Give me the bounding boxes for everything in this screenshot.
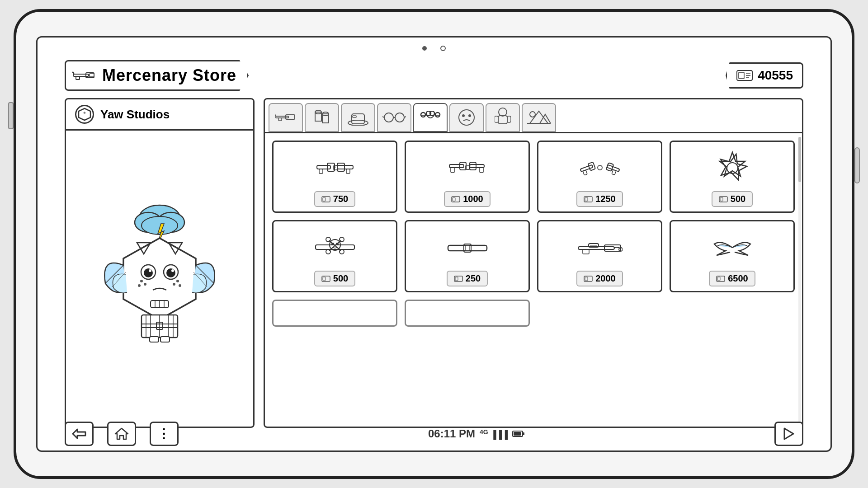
svg-rect-110 [583, 170, 587, 175]
svg-marker-155 [784, 428, 793, 439]
svg-rect-104 [470, 162, 476, 170]
svg-rect-153 [523, 432, 524, 435]
item-2[interactable]: 1000 [405, 141, 530, 213]
item-6[interactable]: 250 [405, 220, 530, 292]
svg-rect-147 [585, 277, 588, 281]
item-4-price-text: 500 [731, 194, 745, 204]
svg-rect-103 [470, 164, 484, 168]
item-8[interactable]: 6500 [670, 220, 795, 292]
scrollbar-track [798, 137, 801, 423]
item-1-icon [278, 149, 392, 187]
svg-marker-150 [73, 429, 85, 438]
svg-point-71 [421, 113, 425, 117]
nav-dot-2[interactable] [440, 46, 446, 51]
item-9-partial[interactable] [272, 300, 397, 327]
item-3-price-text: 1250 [595, 194, 616, 204]
svg-rect-95 [337, 163, 344, 171]
character-box [65, 131, 255, 428]
item-1[interactable]: 750 [272, 141, 397, 213]
item-5-icon [278, 229, 392, 266]
tab-bullets[interactable] [305, 103, 339, 132]
svg-rect-90 [317, 165, 330, 169]
svg-point-88 [530, 112, 535, 117]
item-6-svg [447, 239, 488, 257]
right-side-button[interactable] [854, 147, 860, 183]
play-button[interactable] [774, 422, 803, 446]
item-2-icon [410, 149, 524, 187]
item-5-price: 500 [314, 271, 355, 286]
item-1-price-text: 750 [333, 194, 348, 204]
svg-rect-122 [720, 197, 723, 201]
svg-rect-94 [337, 165, 353, 169]
svg-marker-151 [115, 428, 128, 439]
item-8-price: 6500 [709, 271, 755, 286]
item-7-price: 2000 [576, 271, 623, 286]
svg-rect-83 [498, 116, 507, 124]
store-title: Mercenary Store [102, 66, 236, 85]
status-bar: 06:11 PM 4G ▐▐▐ [428, 427, 525, 440]
item-8-icon [675, 229, 789, 266]
svg-rect-101 [451, 168, 454, 173]
svg-point-82 [499, 108, 507, 116]
svg-rect-116 [585, 197, 588, 201]
item-5-price-text: 500 [333, 273, 348, 284]
menu-button[interactable]: ⋮ [150, 422, 179, 446]
home-button[interactable] [107, 422, 136, 446]
svg-point-31 [140, 280, 143, 282]
main-layout: * Yaw Studios [65, 98, 803, 428]
svg-rect-6 [76, 76, 80, 80]
nav-dot-1[interactable] [422, 46, 427, 51]
svg-point-32 [144, 283, 146, 286]
rifle-icon [72, 68, 96, 83]
studio-icon-svg: * [78, 108, 91, 121]
tab-doll[interactable] [486, 103, 520, 132]
item-3-icon [543, 149, 656, 187]
price-icon-8 [716, 275, 725, 282]
item-7[interactable]: 2000 [537, 220, 662, 292]
item-3[interactable]: 1250 [537, 141, 662, 213]
back-button[interactable] [65, 422, 94, 446]
network-type: 4G [480, 428, 488, 436]
tablet-screen: Mercenary Store 40555 [36, 36, 832, 452]
price-icon-2 [451, 196, 460, 203]
left-side-button[interactable] [8, 102, 14, 129]
svg-point-81 [468, 114, 471, 117]
svg-rect-135 [448, 245, 487, 251]
svg-rect-54 [160, 337, 170, 342]
svg-point-34 [176, 280, 179, 282]
item-4[interactable]: 500 [670, 141, 795, 213]
tab-necklace[interactable] [413, 103, 448, 132]
tab-weapons[interactable] [269, 103, 303, 132]
item-2-svg [447, 155, 488, 180]
item-5[interactable]: 500 [272, 220, 397, 292]
character-svg [96, 193, 223, 365]
tab-face[interactable] [449, 103, 484, 132]
store-title-box: Mercenary Store [65, 60, 249, 91]
svg-rect-154 [514, 432, 521, 436]
svg-rect-53 [150, 337, 159, 342]
svg-rect-142 [583, 249, 589, 254]
svg-rect-65 [353, 116, 356, 117]
svg-point-118 [727, 163, 738, 174]
tab-scene[interactable] [522, 103, 556, 132]
nav-dots [422, 46, 446, 51]
svg-rect-55 [276, 116, 288, 118]
svg-point-114 [598, 165, 602, 170]
svg-point-132 [340, 237, 344, 242]
nav-left: ⋮ [65, 422, 179, 446]
scrollbar-thumb[interactable] [798, 137, 801, 182]
svg-point-130 [340, 249, 344, 254]
tab-hat[interactable] [341, 103, 375, 132]
svg-rect-141 [604, 245, 621, 251]
item-1-price: 750 [314, 191, 355, 207]
price-icon-1 [321, 196, 330, 203]
svg-rect-98 [323, 197, 326, 201]
svg-rect-137 [466, 246, 469, 250]
svg-point-131 [326, 237, 330, 242]
item-10-partial[interactable] [405, 300, 530, 327]
svg-point-27 [144, 268, 153, 277]
item-7-svg [577, 239, 623, 257]
item-4-svg [714, 150, 750, 186]
tab-glasses[interactable] [377, 103, 411, 132]
svg-rect-112 [606, 163, 613, 171]
